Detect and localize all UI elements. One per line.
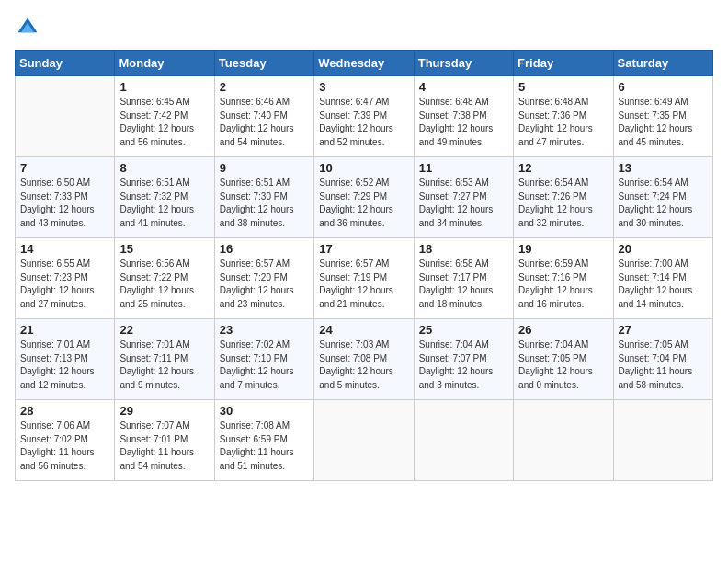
day-info: Sunrise: 6:45 AM Sunset: 7:42 PM Dayligh… [119, 96, 209, 149]
logo [15, 15, 44, 40]
week-row-2: 7Sunrise: 6:50 AM Sunset: 7:33 PM Daylig… [16, 157, 713, 238]
day-number: 7 [20, 161, 109, 175]
day-cell: 18Sunrise: 6:58 AM Sunset: 7:17 PM Dayli… [414, 238, 513, 319]
day-cell: 16Sunrise: 6:57 AM Sunset: 7:20 PM Dayli… [214, 238, 313, 319]
day-number: 2 [220, 80, 309, 94]
day-number: 15 [119, 242, 209, 256]
day-cell [314, 400, 414, 481]
day-cell: 10Sunrise: 6:52 AM Sunset: 7:29 PM Dayli… [314, 157, 414, 238]
week-row-1: 1Sunrise: 6:45 AM Sunset: 7:42 PM Daylig… [16, 76, 713, 157]
day-cell: 13Sunrise: 6:54 AM Sunset: 7:24 PM Dayli… [613, 157, 712, 238]
day-info: Sunrise: 6:57 AM Sunset: 7:19 PM Dayligh… [319, 258, 408, 311]
day-info: Sunrise: 7:02 AM Sunset: 7:10 PM Dayligh… [220, 339, 309, 392]
day-cell: 25Sunrise: 7:04 AM Sunset: 7:07 PM Dayli… [414, 319, 513, 400]
day-number: 29 [119, 404, 209, 418]
day-number: 10 [319, 161, 408, 175]
logo-icon [15, 15, 40, 40]
day-info: Sunrise: 6:48 AM Sunset: 7:36 PM Dayligh… [518, 96, 608, 149]
week-row-5: 28Sunrise: 7:06 AM Sunset: 7:02 PM Dayli… [16, 400, 713, 481]
day-number: 3 [319, 80, 408, 94]
column-headers: SundayMondayTuesdayWednesdayThursdayFrid… [16, 51, 713, 76]
week-row-3: 14Sunrise: 6:55 AM Sunset: 7:23 PM Dayli… [16, 238, 713, 319]
day-number: 8 [119, 161, 209, 175]
day-number: 25 [419, 323, 508, 337]
day-cell: 22Sunrise: 7:01 AM Sunset: 7:11 PM Dayli… [115, 319, 214, 400]
day-info: Sunrise: 6:51 AM Sunset: 7:32 PM Dayligh… [119, 177, 209, 230]
day-cell: 2Sunrise: 6:46 AM Sunset: 7:40 PM Daylig… [214, 76, 313, 157]
day-cell: 14Sunrise: 6:55 AM Sunset: 7:23 PM Dayli… [16, 238, 115, 319]
day-info: Sunrise: 6:47 AM Sunset: 7:39 PM Dayligh… [319, 96, 408, 149]
day-cell: 30Sunrise: 7:08 AM Sunset: 6:59 PM Dayli… [214, 400, 313, 481]
day-cell: 20Sunrise: 7:00 AM Sunset: 7:14 PM Dayli… [613, 238, 712, 319]
day-number: 9 [220, 161, 309, 175]
col-header-friday: Friday [514, 51, 613, 76]
col-header-sunday: Sunday [16, 51, 115, 76]
day-number: 17 [319, 242, 408, 256]
day-info: Sunrise: 7:04 AM Sunset: 7:07 PM Dayligh… [419, 339, 508, 392]
day-number: 18 [419, 242, 508, 256]
day-cell: 6Sunrise: 6:49 AM Sunset: 7:35 PM Daylig… [613, 76, 712, 157]
day-cell: 12Sunrise: 6:54 AM Sunset: 7:26 PM Dayli… [514, 157, 613, 238]
day-info: Sunrise: 7:03 AM Sunset: 7:08 PM Dayligh… [319, 339, 408, 392]
calendar: SundayMondayTuesdayWednesdayThursdayFrid… [15, 50, 713, 481]
day-info: Sunrise: 6:51 AM Sunset: 7:30 PM Dayligh… [220, 177, 309, 230]
day-info: Sunrise: 7:01 AM Sunset: 7:13 PM Dayligh… [20, 339, 109, 392]
day-cell [414, 400, 513, 481]
day-info: Sunrise: 6:54 AM Sunset: 7:26 PM Dayligh… [518, 177, 608, 230]
day-info: Sunrise: 6:48 AM Sunset: 7:38 PM Dayligh… [419, 96, 508, 149]
day-number: 19 [518, 242, 608, 256]
day-info: Sunrise: 6:57 AM Sunset: 7:20 PM Dayligh… [220, 258, 309, 311]
day-info: Sunrise: 6:56 AM Sunset: 7:22 PM Dayligh… [119, 258, 209, 311]
day-number: 23 [220, 323, 309, 337]
day-info: Sunrise: 7:01 AM Sunset: 7:11 PM Dayligh… [119, 339, 209, 392]
col-header-monday: Monday [115, 51, 214, 76]
day-number: 5 [518, 80, 608, 94]
day-info: Sunrise: 6:53 AM Sunset: 7:27 PM Dayligh… [419, 177, 508, 230]
day-info: Sunrise: 6:54 AM Sunset: 7:24 PM Dayligh… [619, 177, 708, 230]
day-info: Sunrise: 7:06 AM Sunset: 7:02 PM Dayligh… [20, 419, 109, 473]
day-cell [16, 76, 115, 157]
day-number: 30 [220, 404, 309, 418]
day-cell: 23Sunrise: 7:02 AM Sunset: 7:10 PM Dayli… [214, 319, 313, 400]
day-cell: 29Sunrise: 7:07 AM Sunset: 7:01 PM Dayli… [115, 400, 214, 481]
day-number: 26 [518, 323, 608, 337]
day-cell: 24Sunrise: 7:03 AM Sunset: 7:08 PM Dayli… [314, 319, 414, 400]
day-info: Sunrise: 6:52 AM Sunset: 7:29 PM Dayligh… [319, 177, 408, 230]
page-header [15, 15, 713, 40]
day-info: Sunrise: 6:50 AM Sunset: 7:33 PM Dayligh… [20, 177, 109, 230]
day-number: 21 [20, 323, 109, 337]
day-cell: 11Sunrise: 6:53 AM Sunset: 7:27 PM Dayli… [414, 157, 513, 238]
day-cell: 19Sunrise: 6:59 AM Sunset: 7:16 PM Dayli… [514, 238, 613, 319]
day-number: 14 [20, 242, 109, 256]
day-number: 1 [119, 80, 209, 94]
day-info: Sunrise: 7:05 AM Sunset: 7:04 PM Dayligh… [619, 339, 708, 392]
day-number: 20 [619, 242, 708, 256]
day-cell: 9Sunrise: 6:51 AM Sunset: 7:30 PM Daylig… [214, 157, 313, 238]
day-cell: 26Sunrise: 7:04 AM Sunset: 7:05 PM Dayli… [514, 319, 613, 400]
col-header-wednesday: Wednesday [314, 51, 414, 76]
day-cell: 3Sunrise: 6:47 AM Sunset: 7:39 PM Daylig… [314, 76, 414, 157]
day-number: 13 [619, 161, 708, 175]
day-cell [613, 400, 712, 481]
day-info: Sunrise: 6:46 AM Sunset: 7:40 PM Dayligh… [220, 96, 309, 149]
day-number: 11 [419, 161, 508, 175]
day-info: Sunrise: 7:08 AM Sunset: 6:59 PM Dayligh… [220, 419, 309, 473]
day-cell: 4Sunrise: 6:48 AM Sunset: 7:38 PM Daylig… [414, 76, 513, 157]
day-number: 22 [119, 323, 209, 337]
day-number: 28 [20, 404, 109, 418]
col-header-saturday: Saturday [613, 51, 712, 76]
day-info: Sunrise: 6:59 AM Sunset: 7:16 PM Dayligh… [518, 258, 608, 311]
day-cell: 8Sunrise: 6:51 AM Sunset: 7:32 PM Daylig… [115, 157, 214, 238]
day-number: 24 [319, 323, 408, 337]
day-cell: 27Sunrise: 7:05 AM Sunset: 7:04 PM Dayli… [613, 319, 712, 400]
day-info: Sunrise: 7:04 AM Sunset: 7:05 PM Dayligh… [518, 339, 608, 392]
day-cell: 17Sunrise: 6:57 AM Sunset: 7:19 PM Dayli… [314, 238, 414, 319]
day-cell: 5Sunrise: 6:48 AM Sunset: 7:36 PM Daylig… [514, 76, 613, 157]
day-number: 4 [419, 80, 508, 94]
day-number: 6 [619, 80, 708, 94]
day-number: 12 [518, 161, 608, 175]
day-cell: 7Sunrise: 6:50 AM Sunset: 7:33 PM Daylig… [16, 157, 115, 238]
day-cell: 15Sunrise: 6:56 AM Sunset: 7:22 PM Dayli… [115, 238, 214, 319]
day-cell [514, 400, 613, 481]
day-info: Sunrise: 6:49 AM Sunset: 7:35 PM Dayligh… [619, 96, 708, 149]
